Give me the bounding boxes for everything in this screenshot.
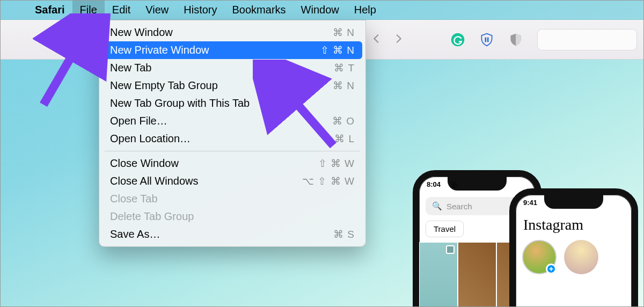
svg-rect-2 [487, 37, 489, 42]
menu-item-label: Open Location… [110, 133, 191, 145]
menu-history[interactable]: History [176, 1, 224, 20]
menu-item-close-tab: Close Tab [103, 190, 362, 208]
pause-shield-icon[interactable] [479, 32, 494, 47]
menu-item-shortcut: ⌘ N [333, 26, 355, 39]
page-content-phones: 8:04 ◎ 🔍 Search Travel 9:41 Instagram + [413, 156, 643, 306]
story-avatar[interactable] [564, 240, 598, 274]
menu-item-label: Open File… [110, 115, 167, 127]
callout-arrow-icon [33, 13, 119, 110]
menu-item-close-window[interactable]: Close Window ⇧ ⌘ W [103, 155, 362, 172]
menu-item-new-private-window[interactable]: New Private Window ⇧ ⌘ N [103, 41, 362, 59]
callout-arrow-icon [253, 60, 349, 156]
menu-help[interactable]: Help [347, 1, 384, 20]
menu-item-save-as[interactable]: Save As… ⌘ S [103, 225, 362, 243]
forward-button[interactable] [392, 33, 404, 47]
menu-item-label: Save As… [110, 228, 160, 240]
menu-item-shortcut: ⇧ ⌘ N [320, 44, 355, 56]
menu-item-label: New Empty Tab Group [110, 79, 218, 92]
menu-item-delete-tab-group: Delete Tab Group [103, 208, 362, 225]
menu-item-shortcut: ⌘ S [333, 228, 355, 240]
privacy-shield-icon[interactable] [508, 32, 523, 47]
menu-item-label: Close Tab [110, 193, 158, 205]
instagram-glyph-icon: ◎ [451, 180, 457, 188]
status-time: 9:41 [523, 199, 537, 207]
category-chip-travel[interactable]: Travel [426, 221, 464, 237]
phone-mockup-feed: 9:41 Instagram + [509, 188, 638, 306]
carousel-icon [446, 245, 455, 254]
your-story[interactable]: + [522, 240, 557, 274]
menu-item-label: Delete Tab Group [110, 210, 194, 223]
menu-item-label: New Private Window [110, 44, 209, 56]
menu-window[interactable]: Window [294, 1, 347, 20]
menu-item-new-window[interactable]: New Window ⌘ N [103, 24, 362, 41]
stories-tray[interactable]: + [516, 240, 632, 274]
menu-bookmarks[interactable]: Bookmarks [225, 1, 294, 20]
menu-item-close-all-windows[interactable]: Close All Windows ⌥ ⇧ ⌘ W [103, 172, 362, 190]
menu-item-label: Close All Windows [110, 175, 199, 187]
svg-rect-1 [485, 37, 487, 42]
svg-line-3 [43, 23, 91, 105]
menu-item-shortcut: ⌥ ⇧ ⌘ W [302, 175, 355, 187]
add-story-icon[interactable]: + [546, 264, 557, 274]
grammarly-icon[interactable] [450, 32, 465, 47]
phone-notch [544, 195, 603, 209]
status-time: 8:04 [427, 180, 441, 188]
menu-item-shortcut: ⇧ ⌘ W [318, 157, 355, 170]
menu-item-label: New Window [110, 26, 173, 39]
instagram-logo: Instagram [523, 216, 583, 233]
menu-item-label: New Tab Group with This Tab [110, 97, 250, 109]
menu-item-label: Close Window [110, 157, 179, 170]
search-placeholder: Search [447, 202, 472, 211]
menu-view[interactable]: View [138, 1, 176, 20]
svg-line-4 [272, 75, 333, 145]
search-icon: 🔍 [432, 201, 442, 211]
back-button[interactable] [371, 33, 383, 47]
address-bar[interactable] [537, 29, 637, 50]
